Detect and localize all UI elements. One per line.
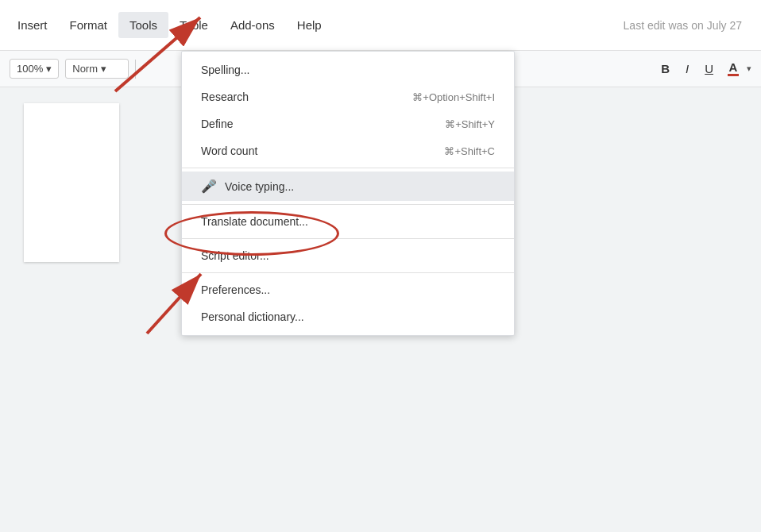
font-color-bar — [728, 74, 739, 76]
bold-button[interactable]: B — [655, 59, 676, 79]
menu-item-scripteditor[interactable]: Script editor... — [182, 242, 514, 269]
underline-button[interactable]: U — [698, 59, 720, 79]
menu-item-spelling[interactable]: Spelling... — [182, 56, 514, 83]
define-shortcut: ⌘+Shift+Y — [445, 118, 495, 130]
toolbar-format-buttons: B I U A ▾ — [655, 59, 751, 79]
italic-button[interactable]: I — [679, 59, 695, 79]
font-color-arrow-icon[interactable]: ▾ — [747, 64, 751, 74]
preferences-label: Preferences... — [201, 283, 495, 296]
define-label: Define — [201, 118, 445, 130]
separator-1 — [182, 168, 514, 168]
menu-format[interactable]: Format — [59, 12, 119, 38]
menu-item-define[interactable]: Define ⌘+Shift+Y — [182, 110, 514, 137]
style-selector[interactable]: Norm ▾ — [65, 59, 129, 79]
scripteditor-label: Script editor... — [201, 249, 495, 262]
font-color-button[interactable]: A — [723, 60, 744, 78]
zoom-value: 100% — [17, 63, 43, 75]
research-shortcut: ⌘+Option+Shift+I — [412, 91, 495, 103]
menu-item-research[interactable]: Research ⌘+Option+Shift+I — [182, 83, 514, 110]
document-page — [24, 103, 119, 262]
zoom-selector[interactable]: 100% ▾ — [10, 59, 59, 79]
separator-3 — [182, 238, 514, 239]
dictionary-label: Personal dictionary... — [201, 310, 495, 323]
wordcount-shortcut: ⌘+Shift+C — [444, 145, 495, 157]
style-arrow-icon: ▾ — [101, 63, 106, 75]
menu-addons[interactable]: Add-ons — [219, 12, 286, 38]
separator-2 — [182, 204, 514, 205]
spelling-label: Spelling... — [201, 64, 495, 76]
microphone-icon: 🎤 — [201, 179, 217, 194]
menu-item-dictionary[interactable]: Personal dictionary... — [182, 303, 514, 330]
last-edit-label: Last edit was on July 27 — [624, 19, 755, 32]
menu-item-translate[interactable]: Translate document... — [182, 208, 514, 235]
zoom-arrow-icon: ▾ — [46, 63, 52, 75]
wordcount-label: Word count — [201, 145, 444, 157]
tools-dropdown: Spelling... Research ⌘+Option+Shift+I De… — [181, 51, 515, 336]
translate-label: Translate document... — [201, 215, 495, 228]
menubar: Insert Format Tools Table Add-ons Help L… — [0, 0, 761, 51]
font-color-letter: A — [729, 61, 738, 73]
separator-4 — [182, 272, 514, 273]
menu-insert[interactable]: Insert — [6, 12, 59, 38]
menu-item-voicetyping[interactable]: 🎤 Voice typing... — [182, 172, 514, 201]
toolbar-divider-1 — [135, 60, 136, 79]
tools-dropdown-menu: Spelling... Research ⌘+Option+Shift+I De… — [181, 51, 515, 336]
menu-item-wordcount[interactable]: Word count ⌘+Shift+C — [182, 137, 514, 164]
menu-item-preferences[interactable]: Preferences... — [182, 276, 514, 303]
voicetyping-label: Voice typing... — [225, 180, 495, 193]
menu-tools[interactable]: Tools — [118, 12, 168, 38]
style-value: Norm — [72, 63, 98, 75]
research-label: Research — [201, 91, 412, 103]
menu-help[interactable]: Help — [286, 12, 333, 38]
menu-table[interactable]: Table — [168, 12, 219, 38]
